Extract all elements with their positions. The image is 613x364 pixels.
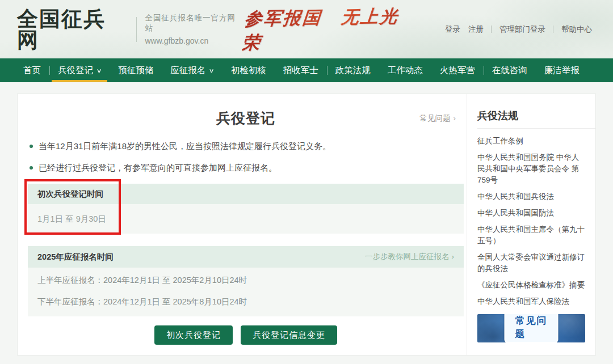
law-list: 征兵工作条例 中华人民共和国国务院 中华人民共和国中央军事委员会令 第759号 … xyxy=(477,136,585,307)
signup-box-title: 2025年应征报名时间 xyxy=(37,246,114,268)
notice-item: 已经进行过兵役登记，有参军意向的可直接参加网上应征报名。 xyxy=(28,162,464,173)
nav-item[interactable]: 工作动态 xyxy=(379,58,431,82)
main-column: 兵役登记 常见问题› 当年12月31日前年满18岁的男性公民，应当按照法律规定履… xyxy=(18,94,467,355)
signup-time-box: 2025年应征报名时间 一步步教你网上应征报名› 上半年应征报名：2024年12… xyxy=(28,246,464,316)
sidebar: 兵役法规 征兵工作条例 中华人民共和国国务院 中华人民共和国中央军事委员会令 第… xyxy=(467,94,595,355)
slogan-calligraphy: 参军报国 无上光荣 xyxy=(241,4,418,54)
law-link[interactable]: 《应征公民体格检查标准》摘要 xyxy=(477,280,585,291)
title-row: 兵役登记 常见问题› xyxy=(28,109,464,127)
nav-item[interactable]: 首页 xyxy=(15,58,49,82)
nav-item[interactable]: 初检初核 xyxy=(222,58,275,82)
registration-box-title: 初次兵役登记时间 xyxy=(37,184,103,204)
action-button[interactable]: 兵役登记信息变更 xyxy=(241,325,337,345)
registration-time-box: 初次兵役登记时间 1月1日 至 9月30日 xyxy=(28,184,464,234)
faq-banner[interactable]: 常见问题 xyxy=(477,314,585,342)
sidebar-divider xyxy=(477,128,595,129)
action-buttons: 初次兵役登记 兵役登记信息变更 xyxy=(28,325,464,345)
header-link[interactable]: 登录 xyxy=(441,24,464,35)
law-link[interactable]: 中华人民共和国兵役法 xyxy=(477,191,585,202)
law-link[interactable]: 全国人大常委会审议通过新修订的兵役法 xyxy=(477,252,585,274)
content-card: 兵役登记 常见问题› 当年12月31日前年满18岁的男性公民，应当按照法律规定履… xyxy=(17,94,596,355)
page: 全国征兵网 全国征兵报名唯一官方网站 www.gfbzb.gov.cn 参军报国… xyxy=(0,0,613,364)
law-link[interactable]: 中华人民共和国军人保险法 xyxy=(477,296,585,307)
chevron-right-icon: › xyxy=(452,252,455,261)
signup-schedule: 上半年应征报名：2024年12月1日 至 2025年2月10日24时 下半年应征… xyxy=(28,268,464,316)
main-navbar: 首页 兵役登记 ∨ 预征预储 应征报名 ∨ 初检初核 xyxy=(0,58,613,82)
law-link[interactable]: 征兵工作条例 xyxy=(477,136,585,147)
nav-item[interactable]: 火热军营 xyxy=(431,58,484,82)
site-logo[interactable]: 全国征兵网 全国征兵报名唯一官方网站 www.gfbzb.gov.cn xyxy=(17,9,243,50)
law-link[interactable]: 中华人民共和国国防法 xyxy=(477,208,585,219)
content-area: 兵役登记 常见问题› 当年12月31日前年满18岁的男性公民，应当按照法律规定履… xyxy=(0,82,613,364)
logo-url: www.gfbzb.gov.cn xyxy=(145,36,243,45)
faq-banner-bubble: 常见问题 xyxy=(505,314,559,342)
notice-list: 当年12月31日前年满18岁的男性公民，应当按照法律规定履行兵役登记义务。 已经… xyxy=(28,141,464,173)
logo-text: 全国征兵网 xyxy=(17,9,127,50)
guide-link[interactable]: 一步步教你网上应征报名› xyxy=(365,246,454,268)
signup-box-header: 2025年应征报名时间 一步步教你网上应征报名› xyxy=(28,246,464,268)
action-button[interactable]: 初次兵役登记 xyxy=(154,325,233,345)
registration-period: 1月1日 至 9月30日 xyxy=(28,204,464,234)
chevron-down-icon: ∨ xyxy=(96,67,102,74)
chevron-down-icon: ∨ xyxy=(209,67,215,74)
sidebar-title: 兵役法规 xyxy=(477,109,585,122)
logo-meta: 全国征兵报名唯一官方网站 www.gfbzb.gov.cn xyxy=(145,13,243,45)
nav-item[interactable]: 在线咨询 xyxy=(484,58,536,82)
notice-item: 当年12月31日前年满18岁的男性公民，应当按照法律规定履行兵役登记义务。 xyxy=(28,141,464,152)
faq-link[interactable]: 常见问题› xyxy=(420,113,456,124)
site-header: 全国征兵网 全国征兵报名唯一官方网站 www.gfbzb.gov.cn 参军报国… xyxy=(0,0,613,58)
nav-item[interactable]: 廉洁举报 xyxy=(536,58,588,82)
law-link[interactable]: 中华人民共和国国务院 中华人民共和国中央军事委员会令 第759号 xyxy=(477,152,585,186)
logo-divider xyxy=(136,17,137,42)
nav-item[interactable]: 预征预储 xyxy=(110,58,162,82)
registration-box-header: 初次兵役登记时间 xyxy=(28,184,464,204)
header-right: 参军报国 无上光荣 登录 注册 管理部门登录 帮助中心 xyxy=(243,6,596,53)
nav-item[interactable]: 应征报名 ∨ xyxy=(162,58,222,82)
nav-item[interactable]: 招收军士 xyxy=(275,58,327,82)
header-link[interactable]: 管理部门登录 xyxy=(496,24,557,35)
header-link[interactable]: 帮助中心 xyxy=(557,24,596,35)
schedule-row: 下半年应征报名：2024年12月1日 至 2025年8月10日24时 xyxy=(37,296,454,307)
schedule-row: 上半年应征报名：2024年12月1日 至 2025年2月10日24时 xyxy=(37,274,454,286)
nav-item[interactable]: 政策法规 xyxy=(327,58,379,82)
chevron-right-icon: › xyxy=(454,114,456,122)
header-links: 登录 注册 管理部门登录 帮助中心 xyxy=(441,24,596,35)
page-title: 兵役登记 xyxy=(28,109,464,128)
law-link[interactable]: 中华人民共和国主席令（第九十五号） xyxy=(477,224,585,247)
nav-item[interactable]: 兵役登记 ∨ xyxy=(49,58,110,82)
header-link[interactable]: 注册 xyxy=(464,24,496,35)
logo-tagline: 全国征兵报名唯一官方网站 xyxy=(145,13,243,33)
